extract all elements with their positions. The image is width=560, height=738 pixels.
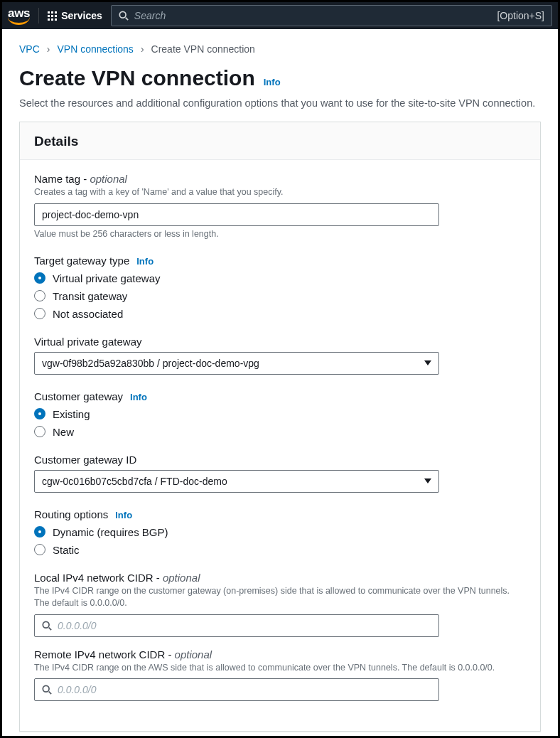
field-cgw-id: Customer gateway ID cgw-0c016b07c5cbd7cf… — [34, 454, 526, 493]
field-name-tag: Name tag - optional Creates a tag with a… — [34, 173, 526, 239]
radio-dot-icon — [34, 426, 45, 437]
select-vpg[interactable]: vgw-0f98b2d5a92a830bb / project-doc-demo… — [34, 352, 439, 375]
breadcrumb-vpn-connections[interactable]: VPN connections — [57, 43, 133, 55]
breadcrumb: VPC › VPN connections › Create VPN conne… — [2, 29, 558, 63]
details-panel: Details Name tag - optional Creates a ta… — [19, 122, 541, 732]
top-nav: aws Services Search [Option+S] — [2, 2, 558, 29]
select-cgw-id[interactable]: cgw-0c016b07c5cbd7cfa / FTD-doc-demo — [34, 470, 439, 493]
desc-name-tag: Creates a tag with a key of 'Name' and a… — [34, 186, 526, 199]
label-vpg: Virtual private gateway — [34, 336, 526, 348]
field-routing: Routing options Info Dynamic (requires B… — [34, 508, 526, 556]
radio-dot-icon — [34, 290, 45, 301]
grid-icon — [48, 11, 57, 21]
page-title-row: Create VPN connection Info — [2, 63, 558, 97]
field-target-gateway: Target gateway type Info Virtual private… — [34, 255, 526, 320]
label-remote-cidr: Remote IPv4 network CIDR - optional — [34, 648, 526, 661]
aws-logo[interactable]: aws — [8, 6, 30, 25]
info-link[interactable]: Info — [130, 392, 147, 402]
search-icon — [42, 621, 52, 631]
page-subtitle: Select the resources and additional conf… — [2, 97, 558, 122]
svg-line-1 — [125, 18, 128, 21]
global-search[interactable]: Search [Option+S] — [111, 5, 552, 26]
info-link[interactable]: Info — [115, 510, 132, 520]
radio-dynamic[interactable]: Dynamic (requires BGP) — [34, 526, 526, 538]
page-title: Create VPN connection — [19, 66, 255, 90]
chevron-down-icon — [424, 360, 431, 365]
field-local-cidr: Local IPv4 network CIDR - optional The I… — [34, 572, 526, 637]
label-name-tag: Name tag - optional — [34, 173, 526, 185]
label-cgw-id: Customer gateway ID — [34, 454, 526, 466]
chevron-right-icon: › — [141, 43, 144, 55]
radio-dot-icon — [34, 526, 45, 538]
input-name-tag[interactable] — [34, 203, 439, 226]
placeholder-remote-cidr: 0.0.0.0/0 — [58, 684, 97, 695]
input-remote-cidr[interactable]: 0.0.0.0/0 — [34, 678, 439, 701]
select-cgw-id-value: cgw-0c016b07c5cbd7cfa / FTD-doc-demo — [42, 476, 227, 487]
hint-name-tag: Value must be 256 characters or less in … — [34, 229, 526, 239]
svg-point-2 — [43, 621, 49, 628]
radio-dot-icon — [34, 272, 45, 284]
breadcrumb-vpc[interactable]: VPC — [19, 43, 40, 55]
breadcrumb-current: Create VPN connection — [151, 43, 255, 55]
svg-line-3 — [49, 627, 52, 630]
radio-static[interactable]: Static — [34, 544, 526, 556]
services-label: Services — [61, 10, 102, 21]
info-link[interactable]: Info — [136, 256, 154, 267]
radio-transit-gateway[interactable]: Transit gateway — [34, 290, 526, 302]
radio-virtual-private-gateway[interactable]: Virtual private gateway — [34, 272, 526, 284]
field-remote-cidr: Remote IPv4 network CIDR - optional The … — [34, 648, 526, 702]
radio-not-associated[interactable]: Not associated — [34, 308, 526, 320]
search-icon — [119, 11, 129, 21]
placeholder-local-cidr: 0.0.0.0/0 — [58, 620, 97, 631]
radio-dot-icon — [34, 308, 45, 319]
panel-title: Details — [20, 122, 540, 160]
desc-remote-cidr: The IPv4 CIDR range on the AWS side that… — [34, 662, 526, 675]
search-hint: [Option+S] — [497, 10, 544, 21]
radio-dot-icon — [34, 408, 45, 419]
select-vpg-value: vgw-0f98b2d5a92a830bb / project-doc-demo… — [42, 358, 259, 369]
search-placeholder: Search — [134, 10, 166, 21]
input-local-cidr[interactable]: 0.0.0.0/0 — [34, 614, 439, 637]
svg-point-0 — [119, 11, 126, 18]
divider — [38, 8, 39, 23]
desc-local-cidr: The IPv4 CIDR range on the customer gate… — [34, 585, 526, 610]
label-target-gateway: Target gateway type — [34, 255, 129, 267]
field-customer-gateway: Customer gateway Info Existing New — [34, 390, 526, 438]
svg-point-4 — [43, 685, 49, 692]
chevron-down-icon — [424, 478, 431, 483]
label-customer-gateway: Customer gateway — [34, 390, 123, 402]
info-link[interactable]: Info — [264, 77, 281, 87]
svg-line-5 — [49, 692, 52, 695]
search-icon — [42, 685, 52, 695]
radio-existing[interactable]: Existing — [34, 408, 526, 420]
radio-new[interactable]: New — [34, 426, 526, 438]
chevron-right-icon: › — [47, 43, 50, 55]
services-menu[interactable]: Services — [48, 10, 102, 21]
label-routing: Routing options — [34, 508, 108, 520]
radio-dot-icon — [34, 544, 45, 555]
label-local-cidr: Local IPv4 network CIDR - optional — [34, 572, 526, 584]
field-vpg: Virtual private gateway vgw-0f98b2d5a92a… — [34, 336, 526, 375]
